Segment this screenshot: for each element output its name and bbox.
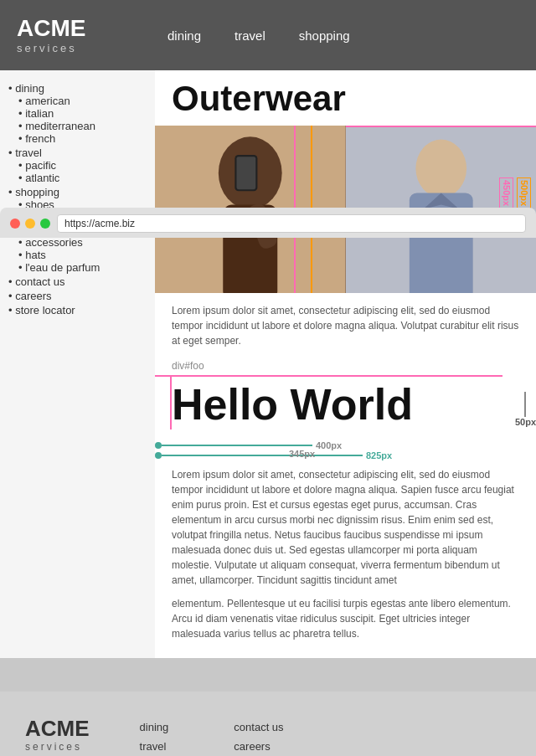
lorem-text-3: elementum. Pellentesque ut eu facilisi t… — [155, 596, 536, 658]
svg-rect-4 — [237, 157, 256, 189]
annot-line-left — [170, 375, 172, 429]
annot-line-top — [155, 375, 502, 377]
sidebar-item-parfum[interactable]: l'eau de parfum — [8, 261, 147, 274]
nav-dining[interactable]: dining — [168, 28, 201, 43]
main-content: Outerwear — [155, 70, 536, 658]
sidebar-item-french[interactable]: french — [8, 132, 147, 145]
sidebar-item-mediterranean[interactable]: mediterranean — [8, 120, 147, 132]
sidebar-item-dining[interactable]: dining american italian mediterranean fr… — [8, 82, 147, 145]
spacer — [0, 658, 536, 675]
hero-images — [155, 126, 536, 293]
page-title: Outerwear — [155, 70, 536, 126]
hello-world-heading: Hello World — [172, 375, 519, 434]
annot-825px-label: 825px — [366, 450, 392, 460]
nav-shopping[interactable]: shopping — [299, 28, 350, 43]
hero-image-2 — [346, 126, 537, 293]
logo-title: ACME — [17, 16, 151, 42]
footer-links: dining travel shopping contact us career… — [140, 721, 294, 756]
footer-logo: ACME services — [25, 717, 90, 753]
logo-subtitle: services — [17, 42, 151, 54]
footer-col-1: dining travel shopping — [140, 721, 184, 756]
svg-point-7 — [415, 140, 466, 198]
nav-travel[interactable]: travel — [234, 28, 265, 43]
sidebar-item-accessories[interactable]: accessories — [8, 236, 147, 249]
footer-link-dining[interactable]: dining — [140, 721, 184, 733]
sidebar-item-contact[interactable]: contact us — [8, 275, 147, 288]
annot-line-825 — [162, 455, 363, 456]
sidebar-item-italian[interactable]: italian — [8, 107, 147, 120]
nav-links: dining travel shopping — [168, 28, 350, 43]
footer-logo-subtitle: services — [25, 741, 90, 753]
svg-rect-8 — [409, 193, 472, 294]
hello-section: 50px Hello World — [155, 375, 536, 434]
annot-345px-label: 345px — [289, 449, 315, 459]
sidebar-item-travel[interactable]: travel pacific atlantic — [8, 147, 147, 184]
measurement-lines: 400px 825px 345px — [155, 434, 536, 459]
footer: ACME services dining travel shopping con… — [0, 692, 536, 756]
sidebar-item-atlantic[interactable]: atlantic — [8, 172, 147, 184]
annot-50px-label: 50px — [515, 417, 536, 427]
footer-link-careers[interactable]: careers — [234, 740, 294, 753]
sidebar-item-hats[interactable]: hats — [8, 249, 147, 261]
lorem-text-2: Lorem ipsum dolor sit amet, consectetur … — [155, 459, 536, 596]
footer-link-travel[interactable]: travel — [140, 740, 184, 753]
sidebar-item-shoes[interactable]: shoes — [8, 198, 147, 211]
annot-dot-green — [155, 442, 162, 449]
footer-link-contact[interactable]: contact us — [234, 721, 294, 733]
annot-dot-green2 — [155, 452, 162, 459]
annot-345px-group: 345px — [289, 445, 315, 460]
sidebar-item-pants[interactable]: pants — [8, 224, 147, 236]
sidebar-item-american[interactable]: american — [8, 95, 147, 107]
annot-400px-label: 400px — [316, 440, 342, 450]
sidebar-item-store-locator[interactable]: store locator — [8, 304, 147, 316]
annot-line-right — [524, 392, 526, 417]
main-layout: dining american italian mediterranean fr… — [0, 70, 536, 658]
annot-825px-group: 825px — [155, 450, 392, 460]
lorem-text-1: Lorem ipsum dolor sit amet, consectetur … — [155, 293, 536, 358]
hero-image-1 — [155, 126, 346, 293]
header-logo: ACME services — [17, 16, 151, 54]
annot-50px-group: 50px — [515, 392, 536, 427]
sidebar-item-shirts[interactable]: shirts — [8, 211, 147, 224]
sidebar-item-shopping[interactable]: shopping shoes shirts pants accessories … — [8, 186, 147, 274]
sidebar-item-careers[interactable]: careers — [8, 290, 147, 302]
sidebar: dining american italian mediterranean fr… — [0, 70, 155, 658]
footer-col-2: contact us careers store locator — [234, 721, 294, 756]
top-navigation: ACME services dining travel shopping — [0, 0, 536, 70]
sidebar-item-pacific[interactable]: pacific — [8, 159, 147, 172]
div-id-label: div#foo — [155, 358, 536, 375]
footer-logo-title: ACME — [25, 717, 90, 741]
